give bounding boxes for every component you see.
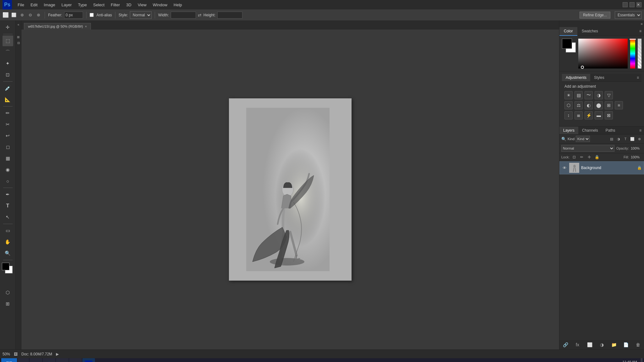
feather-input[interactable] [64,12,83,19]
canvas-workspace[interactable] [21,30,559,349]
show-desktop-button[interactable] [641,358,643,362]
quick-select-tool[interactable]: ✦ [3,58,13,69]
blur-tool[interactable]: ◉ [3,164,13,175]
swap-dimensions-icon[interactable]: ⇄ [198,13,202,18]
menu-help[interactable]: Help [170,1,185,8]
canvas-tab-close[interactable]: × [85,25,87,28]
ruler-tool[interactable]: 📐 [3,94,13,105]
refine-edge-button[interactable]: Refine Edge... [580,12,610,19]
taskbar-clock[interactable]: 11:49 AM Monday, October 6, 2014 [596,360,640,362]
eraser-tool[interactable]: ◻ [3,142,13,152]
collapse-left-icon[interactable]: « [16,22,21,27]
lock-all-icon[interactable]: 🔒 [594,154,600,160]
black-white-icon[interactable]: ◐ [585,101,593,109]
tab-layers[interactable]: Layers [559,127,578,134]
menu-file[interactable]: File [14,1,27,8]
layer-visibility-toggle[interactable]: 👁 [562,165,567,171]
color-lookup-icon[interactable]: ≡ [615,101,623,109]
menu-image[interactable]: Image [41,1,58,8]
options-icon-1[interactable]: ⊞ [16,35,21,40]
layers-panel-menu[interactable]: ≡ [637,127,644,134]
layers-kind-select[interactable]: Kind [576,136,590,142]
menu-select[interactable]: Select [90,1,108,8]
status-arrow-icon[interactable]: ▶ [55,352,60,357]
lock-image-icon[interactable]: ✏ [579,154,585,160]
selection-int-icon[interactable]: ⊗ [35,12,42,18]
blend-mode-select[interactable]: Normal [561,145,614,152]
add-mask-icon[interactable]: ⬜ [586,341,593,348]
menu-filter[interactable]: Filter [108,1,123,8]
workspace-select[interactable]: Essentials [615,11,641,19]
photo-filter-icon[interactable]: ⬤ [595,101,603,109]
color-picker[interactable] [2,263,14,275]
move-tool[interactable]: ✛ [3,22,13,33]
width-input[interactable] [171,12,196,19]
menu-layer[interactable]: Layer [58,1,75,8]
foreground-color-swatch[interactable] [562,39,572,49]
marquee-tool[interactable]: ⬚ [3,36,13,46]
tab-paths[interactable]: Paths [602,127,619,134]
selection-rect2-icon[interactable]: ⬜ [11,12,17,18]
posterize-icon[interactable]: ≣ [575,111,583,119]
layer-filter-pixel-icon[interactable]: ▤ [609,136,614,142]
start-button[interactable] [1,358,17,362]
gradient-tool[interactable]: ▦ [3,153,13,164]
lasso-tool[interactable]: ⌒ [3,47,13,58]
menu-type[interactable]: Type [75,1,90,8]
clone-stamp-tool[interactable]: ✂ [3,119,13,130]
layer-filter-shape-icon[interactable]: ⬜ [630,136,635,142]
taskbar-store[interactable]: $ [69,358,82,362]
dodge-tool[interactable]: ○ [3,176,13,186]
taskbar-photoshop[interactable]: Ps [82,358,95,362]
tab-styles[interactable]: Styles [590,74,608,81]
taskbar-search[interactable] [18,358,29,362]
crop-tool[interactable]: ⊡ [3,69,13,80]
taskbar-ie[interactable] [43,358,55,362]
color-spectrum[interactable] [578,39,628,69]
link-layers-icon[interactable]: 🔗 [562,341,569,348]
tab-swatches[interactable]: Swatches [577,27,602,36]
canvas-tab[interactable]: w657k8eU1SI.jpg @ 50% (RGB/8#) × [24,23,91,30]
threshold-icon[interactable]: ⚡ [585,111,593,119]
new-layer-icon[interactable]: 📄 [623,341,630,348]
maximize-button[interactable] [630,2,635,7]
type-tool[interactable]: T [3,200,13,211]
options-icon-2[interactable]: ⊟ [16,40,21,45]
tab-channels[interactable]: Channels [578,127,602,134]
alpha-slider[interactable] [638,39,641,69]
layer-filter-adj-icon[interactable]: ◑ [616,136,621,142]
new-group-icon[interactable]: 📁 [610,341,617,348]
status-info-icon[interactable]: 🖼 [13,352,19,357]
history-brush-tool[interactable]: ↩ [3,130,13,141]
height-input[interactable] [217,12,242,19]
new-adjustment-icon[interactable]: ◑ [598,341,605,348]
layer-background[interactable]: 👁 Background 🔒 [559,161,644,174]
close-button[interactable]: ✕ [636,2,641,7]
layer-filter-smart-icon[interactable]: ⊕ [636,136,642,142]
taskbar-folder[interactable] [56,358,69,362]
path-selection-tool[interactable]: ↖ [3,212,13,222]
color-panel-menu[interactable]: ≡ [637,27,644,36]
quick-mask-tool[interactable]: ⬡ [3,287,13,298]
right-panel-collapse-icon[interactable]: » [641,22,643,26]
selection-add-icon[interactable]: ⊕ [19,12,25,18]
selection-rect-icon[interactable]: ⬜ [3,12,9,18]
hue-slider[interactable] [630,39,635,69]
vibrance-icon[interactable]: ▽ [605,91,613,99]
curves-icon[interactable]: 〜 [585,91,593,99]
pen-tool[interactable]: ✒ [3,189,13,200]
menu-window[interactable]: Window [150,1,170,8]
color-balance-icon[interactable]: ⚖ [575,101,583,109]
invert-icon[interactable]: ↕ [564,111,573,119]
gradient-map-icon[interactable]: ▬ [595,111,603,119]
brush-tool[interactable]: ✏ [3,108,13,118]
channel-mixer-icon[interactable]: ⊞ [605,101,613,109]
layer-effects-icon[interactable]: fx [574,341,581,348]
brightness-contrast-icon[interactable]: ☀ [564,91,573,99]
exposure-icon[interactable]: ◑ [595,91,603,99]
hue-saturation-icon[interactable]: ⬡ [564,101,573,109]
levels-icon[interactable]: ▤ [575,91,583,99]
menu-edit[interactable]: Edit [27,1,41,8]
selection-sub-icon[interactable]: ⊖ [27,12,33,18]
tab-adjustments[interactable]: Adjustments [562,74,590,81]
